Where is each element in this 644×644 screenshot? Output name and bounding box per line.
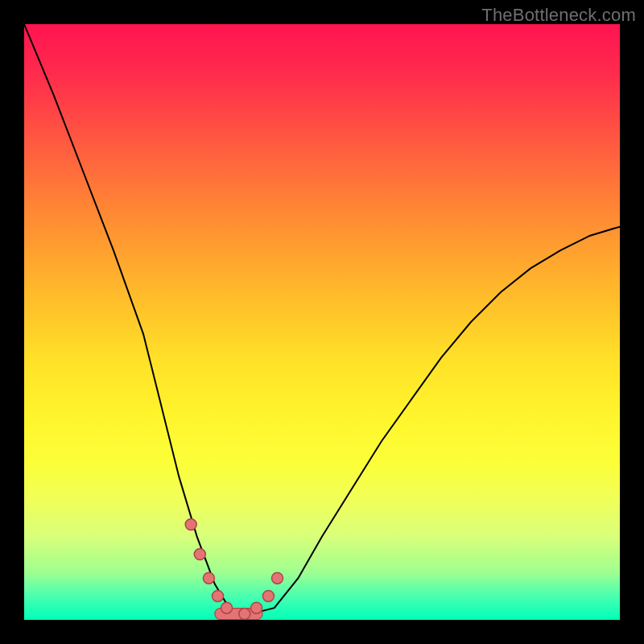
marker-point bbox=[239, 609, 250, 620]
curve-path bbox=[24, 24, 620, 614]
marker-point bbox=[213, 590, 224, 601]
marker-point bbox=[262, 590, 274, 601]
marker-group bbox=[185, 519, 283, 620]
marker-point bbox=[272, 572, 283, 584]
marker-point bbox=[185, 519, 196, 530]
marker-point bbox=[251, 602, 262, 613]
bottleneck-curve bbox=[24, 24, 620, 620]
plot-area bbox=[24, 24, 620, 620]
marker-point bbox=[194, 549, 205, 560]
chart-frame: TheBottleneck.com bbox=[0, 0, 644, 644]
marker-point bbox=[203, 572, 214, 584]
watermark-text: TheBottleneck.com bbox=[481, 5, 636, 26]
marker-point bbox=[221, 602, 233, 613]
